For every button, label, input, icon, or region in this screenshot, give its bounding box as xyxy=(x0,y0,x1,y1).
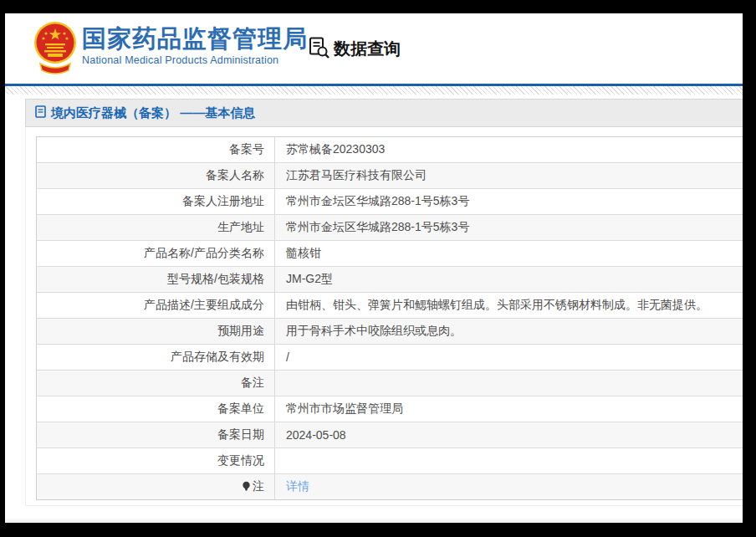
hatch-band xyxy=(5,86,743,95)
row-label-cell: 备案单位 xyxy=(37,396,275,422)
table-row: 产品名称/产品分类名称髓核钳 xyxy=(37,241,743,267)
bulb-icon xyxy=(242,481,251,494)
row-value: / xyxy=(286,350,289,364)
data-query-label: 数据查询 xyxy=(334,38,401,60)
row-label-cell: 注 xyxy=(37,474,275,500)
row-label-cell: 备注 xyxy=(37,371,275,396)
row-label: 产品存储及有效期 xyxy=(171,350,264,363)
row-value-cell: 2024-05-08 xyxy=(275,422,743,448)
row-value-cell: 苏常械备20230303 xyxy=(275,137,743,163)
row-label-cell: 变更情况 xyxy=(37,448,275,474)
row-value: 苏常械备20230303 xyxy=(286,142,385,156)
row-value-cell: 由钳柄、钳头、弹簧片和鳃轴螺钉组成。头部采用不锈钢材料制成。非无菌提供。 xyxy=(275,293,743,319)
table-row: 生产地址常州市金坛区华城路288-1号5栋3号 xyxy=(37,215,743,241)
table-row: 产品存储及有效期/ xyxy=(37,345,743,371)
site-header: 国家药品监督管理局 National Medical Products Admi… xyxy=(5,13,743,84)
row-label-cell: 产品描述/主要组成成分 xyxy=(37,293,275,319)
row-value-cell: 常州市市场监督管理局 xyxy=(275,396,743,422)
table-row: 备注 xyxy=(37,371,743,396)
row-label-cell: 生产地址 xyxy=(37,215,275,241)
row-label: 变更情况 xyxy=(217,453,264,467)
table-row: 备案人名称江苏君马医疗科技有限公司 xyxy=(37,163,743,189)
info-table: 备案号苏常械备20230303备案人名称江苏君马医疗科技有限公司备案人注册地址常… xyxy=(36,136,743,500)
table-row: 备案号苏常械备20230303 xyxy=(37,137,743,163)
row-value-cell: 常州市金坛区华城路288-1号5栋3号 xyxy=(275,189,743,215)
row-label: 产品描述/主要组成成分 xyxy=(144,298,264,311)
row-value: JM-G2型 xyxy=(286,272,333,285)
row-value-cell: 详情 xyxy=(275,474,743,500)
panel-header: 境内医疗器械（备案） ——基本信息 xyxy=(25,99,743,127)
row-label-cell: 备案人名称 xyxy=(37,163,275,189)
data-query-nav[interactable]: 数据查询 xyxy=(308,36,401,62)
info-table-body: 备案号苏常械备20230303备案人名称江苏君马医疗科技有限公司备案人注册地址常… xyxy=(37,137,743,500)
row-label-cell: 型号规格/包装规格 xyxy=(37,267,275,293)
table-row: 备案人注册地址常州市金坛区华城路288-1号5栋3号 xyxy=(37,189,743,215)
panel-title: 境内医疗器械（备案） ——基本信息 xyxy=(51,105,255,121)
row-value-cell: 常州市金坛区华城路288-1号5栋3号 xyxy=(275,215,743,241)
national-emblem-logo xyxy=(33,20,77,77)
row-label-cell: 产品名称/产品分类名称 xyxy=(37,241,275,267)
row-value-cell: 髓核钳 xyxy=(275,241,743,267)
row-label: 生产地址 xyxy=(217,220,264,233)
row-value: 由钳柄、钳头、弹簧片和鳃轴螺钉组成。头部采用不锈钢材料制成。非无菌提供。 xyxy=(286,298,707,311)
row-label: 预期用途 xyxy=(217,324,264,337)
row-value: 用于骨科手术中咬除组织或息肉。 xyxy=(286,324,462,337)
row-value: 2024-05-08 xyxy=(286,428,346,442)
row-label: 备注 xyxy=(241,376,264,389)
row-label: 备案单位 xyxy=(217,401,264,415)
table-row: 产品描述/主要组成成分由钳柄、钳头、弹簧片和鳃轴螺钉组成。头部采用不锈钢材料制成… xyxy=(37,293,743,319)
row-label: 型号规格/包装规格 xyxy=(167,272,264,285)
panel-body: 备案号苏常械备20230303备案人名称江苏君马医疗科技有限公司备案人注册地址常… xyxy=(25,127,743,506)
row-value: 江苏君马医疗科技有限公司 xyxy=(286,168,427,182)
row-label: 备案人名称 xyxy=(206,168,264,182)
table-row: 变更情况 xyxy=(37,448,743,474)
row-value-cell: 江苏君马医疗科技有限公司 xyxy=(275,163,743,189)
row-value: 常州市市场监督管理局 xyxy=(286,401,403,415)
row-label: 产品名称/产品分类名称 xyxy=(144,246,264,259)
row-value-cell: 用于骨科手术中咬除组织或息肉。 xyxy=(275,319,743,345)
row-value-cell xyxy=(275,371,743,396)
row-label: 备案日期 xyxy=(217,427,264,441)
table-row: 注详情 xyxy=(37,474,743,500)
screenshot-root: { "header": { "title_cn": "国家药品监督管理局", "… xyxy=(0,0,756,537)
info-panel: 境内医疗器械（备案） ——基本信息 备案号苏常械备20230303备案人名称江苏… xyxy=(25,99,743,506)
row-label-cell: 备案日期 xyxy=(37,422,275,448)
row-label-cell: 预期用途 xyxy=(37,319,275,345)
row-label: 注 xyxy=(253,479,264,493)
row-value: 髓核钳 xyxy=(286,246,321,259)
row-label: 备案人注册地址 xyxy=(182,194,264,207)
row-label: 备案号 xyxy=(229,142,264,156)
row-value-cell xyxy=(275,448,743,474)
data-query-search-icon xyxy=(308,36,330,62)
details-link[interactable]: 详情 xyxy=(286,479,309,493)
table-row: 备案单位常州市市场监督管理局 xyxy=(37,396,743,422)
page: 国家药品监督管理局 National Medical Products Admi… xyxy=(5,13,743,523)
row-value-cell: / xyxy=(275,345,743,371)
row-label-cell: 备案人注册地址 xyxy=(37,189,275,215)
row-label-cell: 备案号 xyxy=(37,137,275,163)
document-icon xyxy=(35,105,46,121)
site-title-cn: 国家药品监督管理局 xyxy=(82,24,308,53)
brand: 国家药品监督管理局 National Medical Products Admi… xyxy=(82,24,308,66)
table-row: 预期用途用于骨科手术中咬除组织或息肉。 xyxy=(37,319,743,345)
row-value: 常州市金坛区华城路288-1号5栋3号 xyxy=(286,220,469,233)
table-row: 型号规格/包装规格JM-G2型 xyxy=(37,267,743,293)
row-label-cell: 产品存储及有效期 xyxy=(37,345,275,371)
row-value-cell: JM-G2型 xyxy=(275,267,743,293)
site-title-en: National Medical Products Administration xyxy=(82,54,308,66)
row-value: 常州市金坛区华城路288-1号5栋3号 xyxy=(286,194,469,207)
table-row: 备案日期2024-05-08 xyxy=(37,422,743,448)
